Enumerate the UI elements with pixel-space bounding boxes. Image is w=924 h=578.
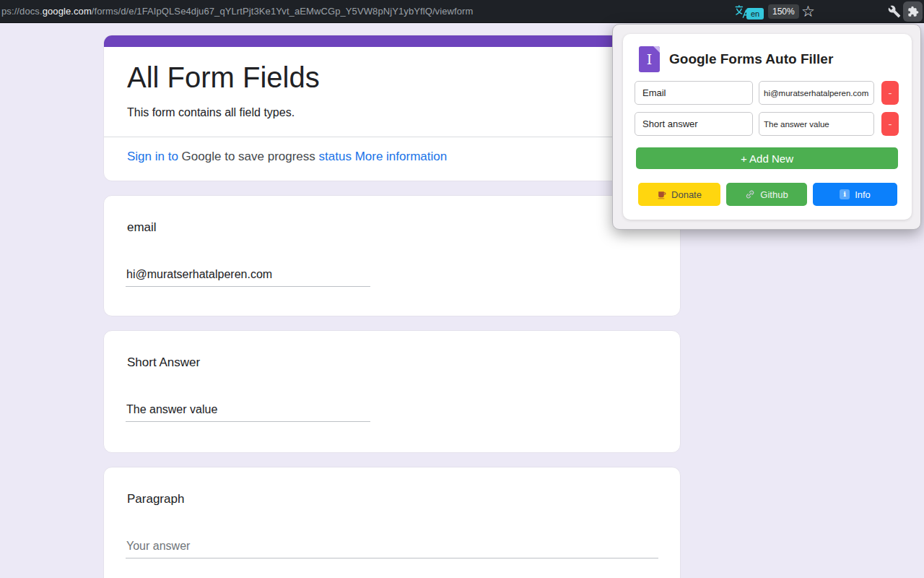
translate-language-badge[interactable]: en [746,8,764,20]
doc-icon-glyph: I [647,53,653,66]
form-page: All Form Fields This form contains all f… [103,35,681,578]
field-name-input[interactable] [635,81,753,105]
signin-link[interactable]: Sign in to [127,150,178,163]
signin-row: Sign in to Google to save progress statu… [104,137,680,181]
autofill-row: - [635,81,899,105]
question-label: email [126,220,658,235]
field-name-input[interactable] [635,112,753,136]
more-information-link[interactable]: status More information [319,150,448,163]
question-card-paragraph: Paragraph [103,467,681,578]
signin-text: Google to save progress [178,150,319,163]
url-path: /forms/d/e/1FAIpQLSe4dju67_qYLrtPjt3Ke1Y… [92,6,474,17]
url-prefix: ps://docs. [1,6,43,17]
github-button[interactable]: Github [726,183,807,206]
question-card-email: email [103,195,681,316]
github-label: Github [760,189,788,200]
address-bar[interactable]: ps://docs.google.com/forms/d/e/1FAIpQLSe… [1,6,473,17]
field-value-input[interactable] [759,81,874,105]
popup-actions: Donate Github i Info [638,183,897,206]
info-label: Info [855,189,871,200]
coffee-icon [657,190,666,199]
question-card-short-answer: Short Answer [103,330,681,453]
popup-title: Google Forms Auto Filler [669,51,833,67]
short-answer-input[interactable] [126,403,370,422]
zoom-level-badge[interactable]: 150% [768,4,799,19]
url-domain: google.com [43,6,92,17]
donate-label: Donate [671,189,702,200]
link-icon [745,189,755,199]
puzzle-extension-icon [907,6,919,17]
remove-row-button[interactable]: - [881,81,899,105]
donate-button[interactable]: Donate [638,183,720,206]
browser-toolbar: ps://docs.google.com/forms/d/e/1FAIpQLSe… [0,0,924,23]
info-button[interactable]: i Info [813,183,897,206]
bookmark-star-icon[interactable]: ☆ [801,1,815,22]
add-new-button[interactable]: + Add New [636,147,898,169]
google-forms-doc-icon: I [639,46,660,72]
extension-button[interactable] [903,1,923,22]
extension-popup-card: I Google Forms Auto Filler - - + Add New [623,34,912,220]
autofill-row: - [635,112,899,136]
form-accent-bar [104,35,680,47]
extension-popup: I Google Forms Auto Filler - - + Add New [612,24,921,230]
wrench-icon[interactable] [888,5,901,18]
field-value-input[interactable] [759,112,874,136]
remove-row-button[interactable]: - [881,112,899,136]
question-label: Paragraph [126,492,658,506]
question-label: Short Answer [126,355,658,370]
email-answer-input[interactable] [126,268,370,287]
info-icon: i [840,189,850,199]
form-header-card: All Form Fields This form contains all f… [103,35,681,181]
form-description: This form contains all field types. [127,106,657,137]
paragraph-answer-input[interactable] [126,540,658,558]
form-title: All Form Fields [127,61,657,94]
autofill-rows: - - [635,81,899,136]
